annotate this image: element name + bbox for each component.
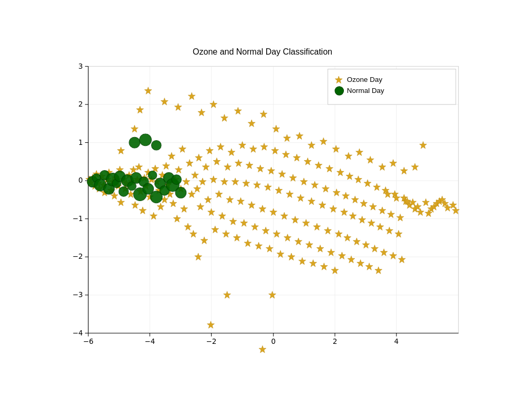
svg-text:4: 4 xyxy=(394,337,399,345)
svg-point-68 xyxy=(175,187,186,198)
plot-svg: −6 −4 −2 0 2 4 3 2 1 0 −1 −2 xyxy=(47,61,478,355)
svg-text:Normal Day: Normal Day xyxy=(347,87,384,94)
svg-point-70 xyxy=(140,134,152,146)
svg-text:Ozone Day: Ozone Day xyxy=(347,76,383,83)
svg-text:−6: −6 xyxy=(83,337,93,345)
chart-title: Ozone and Normal Day Classification xyxy=(47,47,478,57)
svg-point-71 xyxy=(151,140,161,150)
chart-container: Ozone and Normal Day Classification xyxy=(47,47,478,373)
svg-text:−2: −2 xyxy=(72,252,83,260)
svg-point-54 xyxy=(119,187,129,197)
svg-text:−1: −1 xyxy=(72,214,83,223)
svg-text:0: 0 xyxy=(78,176,83,184)
svg-text:1: 1 xyxy=(78,138,83,146)
svg-text:0: 0 xyxy=(271,337,276,345)
svg-text:2: 2 xyxy=(333,337,338,345)
svg-point-61 xyxy=(148,171,157,180)
svg-point-69 xyxy=(129,137,140,148)
svg-text:3: 3 xyxy=(78,62,83,70)
svg-text:2: 2 xyxy=(78,100,83,108)
svg-point-67 xyxy=(172,175,182,185)
svg-text:−2: −2 xyxy=(206,337,217,345)
svg-text:−3: −3 xyxy=(72,290,83,299)
svg-point-74 xyxy=(335,87,344,96)
svg-text:−4: −4 xyxy=(144,337,155,345)
svg-text:−4: −4 xyxy=(72,329,83,337)
chart-area: −6 −4 −2 0 2 4 3 2 1 0 −1 −2 xyxy=(47,61,478,355)
